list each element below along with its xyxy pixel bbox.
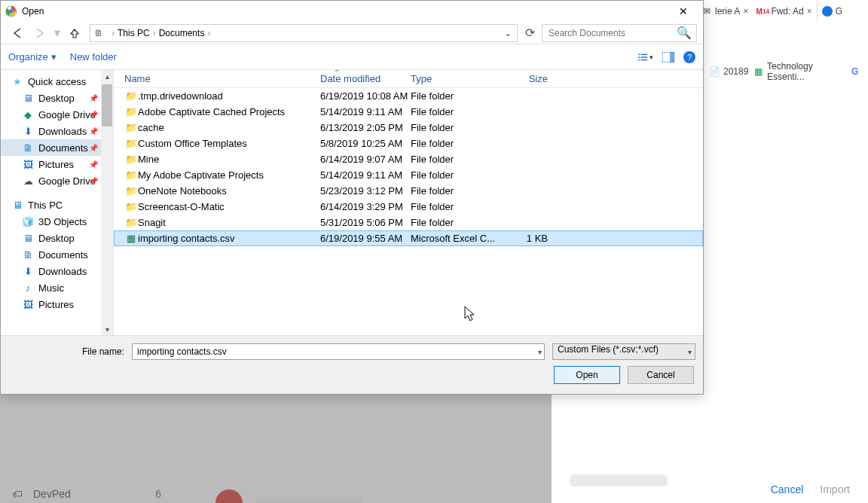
- file-name: Mine: [138, 154, 320, 165]
- chevron-right-icon[interactable]: ›: [207, 28, 210, 38]
- pictures-icon: 🖼: [22, 158, 34, 170]
- file-name: Screencast-O-Matic: [138, 201, 320, 212]
- search-box[interactable]: 🔍: [542, 24, 697, 42]
- contacts-icon: 👤: [822, 6, 833, 17]
- tree-item-documents[interactable]: 🗎Documents: [1, 246, 113, 263]
- tree-item-pictures[interactable]: 🖼Pictures: [1, 296, 113, 312]
- col-name[interactable]: Name: [124, 73, 320, 84]
- chevron-down-icon: ▾: [688, 348, 692, 356]
- search-input[interactable]: [542, 28, 696, 38]
- file-date: 5/14/2019 9:11 AM: [320, 169, 411, 181]
- folder-y-icon: 📁: [124, 201, 138, 213]
- chevron-right-icon[interactable]: ›: [112, 28, 115, 38]
- file-row[interactable]: 📁Mine6/14/2019 9:07 AMFile folder: [114, 151, 703, 167]
- chrome-icon: [5, 5, 17, 17]
- address-bar[interactable]: 🗎 › This PC › Documents › ⌄: [90, 24, 518, 42]
- bookmark-item[interactable]: 📄 20189: [708, 66, 748, 78]
- pin-icon: 📌: [89, 111, 98, 119]
- new-folder-button[interactable]: New folder: [70, 51, 117, 62]
- help-button[interactable]: ?: [683, 51, 695, 63]
- file-row[interactable]: 📁OneNote Notebooks5/23/2019 3:12 PMFile …: [114, 183, 703, 199]
- cancel-button[interactable]: Cancel: [628, 366, 694, 384]
- file-row[interactable]: ▦importing contacts.csv6/19/2019 9:55 AM…: [114, 230, 703, 246]
- desktop-icon: 🖥: [22, 232, 34, 244]
- open-button[interactable]: Open: [554, 366, 620, 384]
- file-row[interactable]: 📁Snagit5/31/2019 5:06 PMFile folder: [114, 215, 703, 230]
- g-icon[interactable]: G: [849, 66, 860, 78]
- tree-this-pc[interactable]: 🖥 This PC: [1, 197, 113, 213]
- star-icon: ★: [11, 75, 23, 87]
- toolbar: Organize▾ New folder ▾ ?: [1, 44, 703, 70]
- downloads-icon: ⬇: [22, 265, 34, 277]
- file-type-filter[interactable]: Custom Files (*.csv;*.vcf) ▾: [552, 343, 695, 360]
- close-icon[interactable]: ×: [807, 6, 812, 17]
- file-date: 5/31/2019 5:06 PM: [320, 217, 411, 228]
- scroll-thumb[interactable]: [102, 84, 112, 127]
- tree-item-google-drive[interactable]: ☁Google Drive📌: [1, 172, 113, 189]
- tab-label: Fwd: Ad: [771, 6, 803, 17]
- close-button[interactable]: ✕: [668, 5, 698, 17]
- tree-item-documents[interactable]: 🗎Documents📌: [1, 139, 113, 156]
- up-button[interactable]: [64, 24, 85, 42]
- file-row[interactable]: 📁My Adobe Captivate Projects5/14/2019 9:…: [114, 167, 703, 183]
- file-row[interactable]: 📁cache6/13/2019 2:05 PMFile folder: [114, 120, 703, 136]
- folder-y-icon: 📁: [124, 154, 138, 166]
- breadcrumb-item[interactable]: This PC: [118, 28, 150, 38]
- recent-dropdown[interactable]: ▾: [52, 24, 63, 42]
- tree-item-desktop[interactable]: 🖥Desktop📌: [1, 90, 113, 106]
- file-row[interactable]: 📁Custom Office Templates5/8/2019 10:25 A…: [114, 136, 703, 151]
- file-row[interactable]: 📁Adobe Captivate Cached Projects5/14/201…: [114, 104, 703, 120]
- file-date: 6/19/2019 10:08 AM: [320, 90, 411, 102]
- cancel-button[interactable]: Cancel: [771, 483, 804, 495]
- browser-tab[interactable]: ✉ lerie A ×: [697, 0, 753, 23]
- chevron-down-icon: ▾: [51, 51, 57, 62]
- chevron-down-icon[interactable]: ▾: [538, 348, 542, 356]
- folder-icon: 🗎: [90, 28, 107, 38]
- import-button[interactable]: Import: [820, 483, 850, 495]
- folder-y-icon: 📁: [124, 138, 138, 150]
- tree-item-downloads[interactable]: ⬇Downloads: [1, 263, 113, 279]
- organize-menu[interactable]: Organize▾: [8, 51, 57, 62]
- tree-item-music[interactable]: ♪Music: [1, 279, 113, 296]
- file-name: importing contacts.csv: [138, 233, 320, 244]
- chevron-right-icon[interactable]: ›: [153, 28, 156, 38]
- col-size[interactable]: Size: [500, 73, 552, 84]
- view-mode-button[interactable]: ▾: [638, 50, 653, 65]
- scrollbar[interactable]: ▴ ▾: [101, 70, 113, 335]
- file-type: File folder: [411, 122, 500, 133]
- file-type: File folder: [411, 90, 500, 102]
- file-row[interactable]: 📁.tmp.drivedownload6/19/2019 10:08 AMFil…: [114, 88, 703, 104]
- file-row[interactable]: 📁Screencast-O-Matic6/14/2019 3:29 PMFile…: [114, 199, 703, 215]
- scroll-down-icon[interactable]: ▾: [101, 323, 113, 335]
- file-open-dialog: Open ✕ ▾ 🗎 › This PC › Documents › ⌄ ⟳ 🔍…: [0, 0, 704, 395]
- breadcrumb-item[interactable]: Documents: [159, 28, 205, 38]
- refresh-button[interactable]: ⟳: [519, 26, 540, 40]
- tree-item-desktop[interactable]: 🖥Desktop: [1, 230, 113, 246]
- tree-item-downloads[interactable]: ⬇Downloads📌: [1, 123, 113, 139]
- scroll-up-icon[interactable]: ▴: [101, 70, 113, 82]
- tree-item-pictures[interactable]: 🖼Pictures📌: [1, 156, 113, 172]
- back-button[interactable]: [7, 24, 28, 42]
- tree-item-google-drive[interactable]: ◆Google Drive📌: [1, 106, 113, 123]
- sheets-icon: ▦: [753, 66, 764, 78]
- preview-pane-button[interactable]: [661, 50, 676, 65]
- file-name: Adobe Captivate Cached Projects: [138, 106, 320, 117]
- file-type: File folder: [411, 169, 500, 181]
- close-icon[interactable]: ×: [743, 6, 748, 17]
- tree-quick-access[interactable]: ★ Quick access: [1, 73, 113, 90]
- file-date: 6/14/2019 3:29 PM: [320, 201, 411, 212]
- col-type[interactable]: Type: [411, 73, 500, 84]
- folder-y-icon: 📁: [124, 217, 138, 229]
- file-name: Custom Office Templates: [138, 138, 320, 149]
- bookmark-item[interactable]: ▦ Technology Essenti...: [753, 61, 845, 82]
- svg-rect-3: [641, 53, 648, 54]
- sort-indicator-icon: ⌃: [334, 69, 340, 77]
- browser-tabs: ✉ lerie A × M14 Fwd: Ad × 👤 G: [697, 0, 868, 23]
- browser-tab[interactable]: M14 Fwd: Ad ×: [753, 0, 816, 23]
- tree-item-3d-objects[interactable]: 🧊3D Objects: [1, 213, 113, 230]
- filename-input[interactable]: [132, 343, 545, 360]
- browser-tab[interactable]: 👤 G: [817, 0, 847, 23]
- forward-button[interactable]: [29, 24, 50, 42]
- pin-icon: 📌: [89, 127, 98, 136]
- chevron-down-icon[interactable]: ⌄: [499, 28, 517, 38]
